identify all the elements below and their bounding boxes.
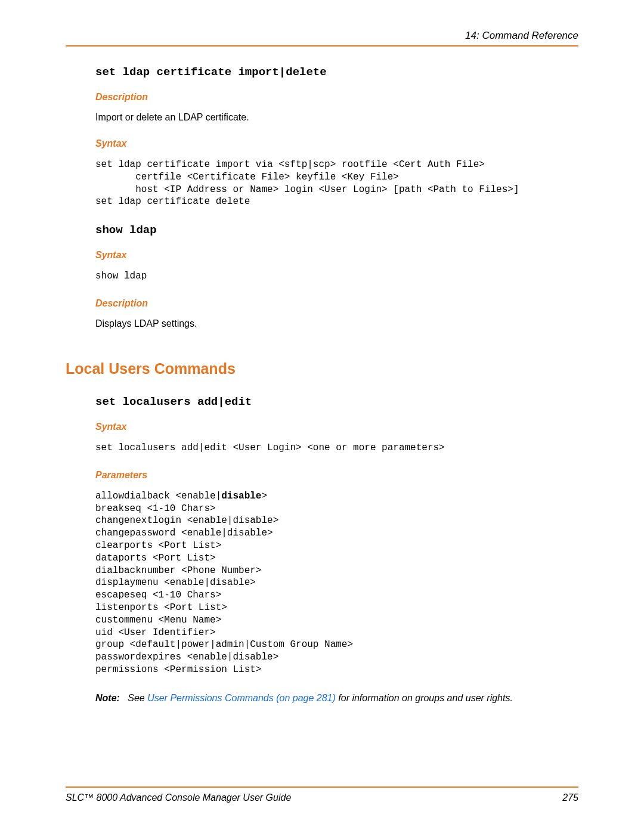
syntax-code: set localusers add|edit <User Login> <on… [95,442,578,454]
note-post: for information on groups and user right… [336,693,513,703]
description-text: Import or delete an LDAP certificate. [95,112,578,123]
note-link[interactable]: User Permissions Commands (on page 281) [147,693,336,703]
note-label: Note: [95,693,120,703]
params-post: > breakseq <1-10 Chars> changenextlogin … [95,491,353,675]
syntax-label: Syntax [95,138,578,149]
description-label: Description [95,298,578,309]
content-area: set ldap certificate import|delete Descr… [66,66,578,705]
parameters-label: Parameters [95,470,578,481]
bottom-rule [66,786,578,788]
syntax-code: set ldap certificate import via <sftp|sc… [95,159,578,208]
top-rule [66,45,578,47]
note: Note: See User Permissions Commands (on … [95,692,578,705]
syntax-label: Syntax [95,250,578,261]
command-heading-set-localusers: set localusers add|edit [95,395,578,408]
page: 14: Command Reference set ldap certifica… [0,0,644,833]
description-text: Displays LDAP settings. [95,318,578,329]
section-heading-local-users: Local Users Commands [66,360,578,377]
parameters-code: allowdialback <enable|disable> breakseq … [95,490,578,676]
command-heading-show-ldap: show ldap [95,224,578,237]
description-label: Description [95,92,578,103]
chapter-header: 14: Command Reference [66,30,578,42]
page-number: 275 [562,792,578,803]
footer-left: SLC™ 8000 Advanced Console Manager User … [66,792,291,803]
syntax-code: show ldap [95,270,578,283]
command-heading-set-ldap-cert: set ldap certificate import|delete [95,66,578,79]
params-pre: allowdialback <enable| [95,491,221,501]
params-bold: disable [221,491,261,501]
footer-row: SLC™ 8000 Advanced Console Manager User … [66,792,578,803]
note-pre: See [128,693,147,703]
syntax-label: Syntax [95,422,578,432]
footer: SLC™ 8000 Advanced Console Manager User … [66,786,578,803]
